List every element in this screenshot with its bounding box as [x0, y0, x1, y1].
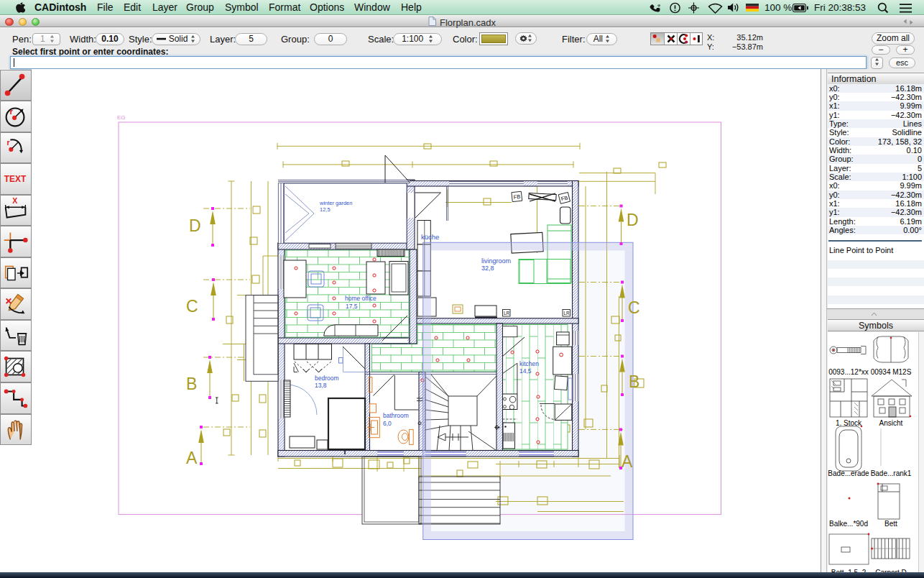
svg-text:17,5: 17,5 [346, 303, 358, 310]
svg-text:A: A [622, 452, 633, 471]
svg-text:home office: home office [345, 295, 376, 302]
svg-text:FB: FB [513, 193, 520, 201]
svg-text:12,5: 12,5 [320, 206, 331, 213]
svg-text:C: C [186, 297, 198, 316]
svg-text:32,8: 32,8 [481, 265, 494, 272]
svg-text:LR: LR [504, 311, 510, 316]
svg-text:livingroom: livingroom [481, 257, 511, 265]
svg-text:TEXT: TEXT [4, 174, 27, 184]
svg-text:6,0: 6,0 [383, 420, 392, 427]
svg-text:D: D [189, 216, 201, 235]
svg-text:LR: LR [563, 311, 570, 316]
svg-text:C: C [628, 298, 640, 317]
svg-text:14,5: 14,5 [519, 367, 532, 375]
svg-text:bathroom: bathroom [383, 412, 409, 419]
svg-text:B: B [186, 375, 197, 393]
svg-text:EG: EG [117, 114, 126, 121]
svg-text:13,8: 13,8 [315, 382, 327, 389]
svg-text:X: X [12, 196, 17, 205]
svg-text:r: r [9, 107, 13, 116]
svg-text:A: A [186, 449, 198, 467]
svg-text:bedroom: bedroom [315, 375, 339, 382]
svg-text:kitchen: kitchen [519, 360, 539, 367]
svg-text:winter garden: winter garden [319, 200, 352, 206]
svg-text:D: D [627, 211, 639, 229]
svg-text:B: B [629, 372, 639, 391]
svg-text:küche: küche [421, 233, 439, 241]
svg-text:r: r [7, 138, 10, 147]
